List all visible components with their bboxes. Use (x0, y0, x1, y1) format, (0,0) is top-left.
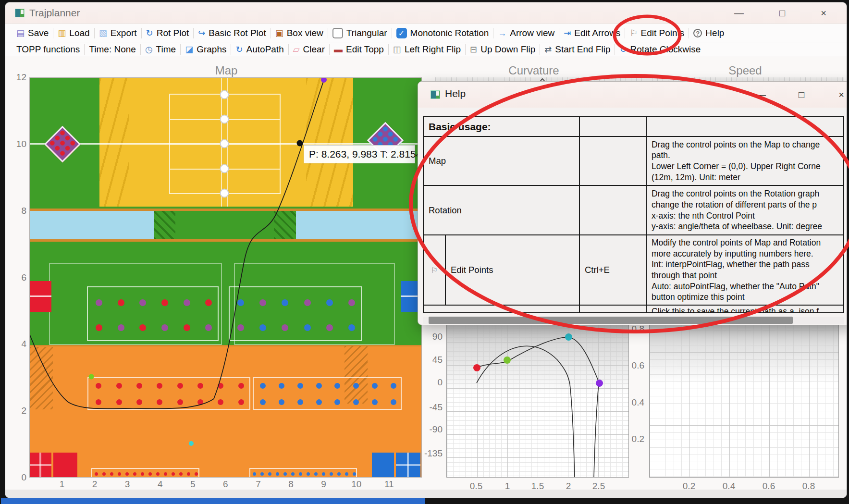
up-down-flip-icon: ⊟ (470, 45, 477, 54)
help-table-row-map: MapDrag the control points on the Map to… (424, 137, 843, 186)
map-y-tick: 12 (7, 72, 26, 83)
speed-plot[interactable] (649, 315, 839, 478)
toolbar-button-box-view[interactable]: ▣Box view (271, 28, 328, 38)
toolbar-label: Time: None (89, 44, 136, 55)
help-horizontal-scrollbar[interactable] (423, 317, 844, 324)
rot-plot-icon: ↻ (146, 29, 153, 37)
control-point-white[interactable] (221, 165, 229, 173)
help-description-line: (12m, 12m). Unit: meter (652, 172, 838, 183)
map-x-tick: 4 (158, 479, 163, 490)
help-hscroll-thumb[interactable] (429, 317, 793, 324)
toolbar-button-monotonic-rotation[interactable]: ✓Monotonic Rotation (392, 28, 493, 38)
control-point-white[interactable] (221, 140, 229, 148)
toolbar-label: Time (156, 44, 176, 55)
rotation-x-tick: 1 (505, 481, 510, 492)
map-x-tick: 10 (351, 479, 361, 490)
help-maximize-button[interactable]: □ (790, 87, 813, 102)
toolbar-button-time[interactable]: ◷Time (141, 44, 180, 55)
rotation-x-tick: 0.5 (470, 481, 482, 492)
map-x-tick: 9 (321, 479, 326, 490)
rotation-control-point[interactable] (596, 380, 603, 387)
toolbar-button-topp-functions[interactable]: TOPP functions (12, 44, 84, 55)
toolbar-button-edit-arrows[interactable]: ⇥Edit Arrows (559, 28, 625, 38)
toolbar-label: Load (69, 28, 89, 38)
curvature-plot-title: Curvature (418, 64, 649, 77)
toolbar-button-basic-rot-plot[interactable]: ↪Basic Rot Plot (194, 28, 270, 38)
toolbar-label: Rotate Clockwise (630, 44, 701, 55)
toolbar-label: Start End Flip (555, 44, 610, 55)
help-header-cell: Basic usage: (424, 117, 580, 136)
map-plot[interactable]: P: 8.263, 9.983 T: 2.81541 (29, 77, 422, 478)
control-point-black[interactable] (297, 140, 303, 147)
help-minimize-button[interactable]: — (750, 87, 773, 102)
help-close-button[interactable]: × (830, 87, 847, 102)
control-point-purple[interactable] (321, 78, 327, 83)
toolbar-button-time-none[interactable]: Time: None (85, 44, 140, 55)
rotation-curves-svg (447, 319, 629, 478)
help-table: Basic usage:MapDrag the control points o… (423, 116, 844, 313)
map-y-tick: 10 (7, 139, 26, 149)
help-description-cell: Drag the control points on the Rotation … (647, 186, 843, 234)
maximize-button[interactable]: □ (770, 5, 794, 21)
arrow-view-icon: → (498, 29, 506, 37)
toolbar-label: Arrow view (510, 28, 554, 38)
toolbar-button-edit-topp[interactable]: ▬Edit Topp (330, 44, 388, 55)
toolbar-button-left-right-flip[interactable]: ◫Left Right Flip (389, 44, 465, 55)
unchecked-checkbox[interactable] (332, 28, 343, 38)
toolbar-button-graphs[interactable]: ◪Graphs (181, 44, 231, 55)
help-description-line: Auto: autoPointFlag, whether the "Auto P… (652, 281, 838, 292)
toolbar-button-save[interactable]: ▤Save (12, 28, 53, 38)
toolbar-label: Clear (303, 44, 325, 55)
help-table-row-edit-points: ⚐Edit PointsCtrl+EModify the control poi… (424, 235, 843, 306)
map-x-tick: 11 (384, 479, 394, 490)
toolbar-button-start-end-flip[interactable]: ⇄Start End Flip (540, 44, 615, 55)
toolbar-button-edit-points[interactable]: ⚐Edit Points (625, 28, 689, 38)
help-name-cell: Rotation (424, 186, 580, 234)
toolbar-button-triangular[interactable]: Triangular (328, 28, 392, 38)
help-description-line: x-axis: the nth Control Point (652, 210, 838, 221)
speed-y-tick: 0.4 (621, 397, 644, 408)
help-description-cell: Modify the control points of Map and Rot… (647, 235, 843, 305)
help-header-cell (647, 117, 843, 136)
toolbar-button-rotate-clockwise[interactable]: ↻Rotate Clockwise (615, 44, 705, 55)
rotation-y-tick: 0 (419, 377, 443, 388)
rotation-plot[interactable] (446, 319, 629, 478)
toolbar-button-load[interactable]: ▥Load (53, 28, 94, 38)
time-icon: ◷ (145, 45, 153, 54)
help-description-line: more accurately by inputting numbers her… (652, 248, 838, 259)
help-description-line: change the rotation of different parts o… (652, 199, 838, 210)
toolbar-button-up-down-flip[interactable]: ⊟Up Down Flip (466, 44, 540, 55)
main-area: Map Curvature Speed (5, 57, 847, 498)
toolbar-button-rot-plot[interactable]: ↻Rot Plot (142, 28, 194, 38)
rotation-curve-lower (477, 346, 575, 478)
save-icon: ▤ (16, 29, 25, 37)
control-point-white[interactable] (221, 189, 229, 197)
checked-checkbox[interactable]: ✓ (396, 28, 407, 38)
control-point-cyan[interactable] (189, 441, 194, 446)
toolbar-button-clear[interactable]: ▱Clear (289, 44, 329, 55)
rotation-x-tick: 1.5 (531, 481, 544, 492)
rotation-control-point[interactable] (473, 364, 480, 371)
toolbar-label: Edit Points (641, 28, 685, 38)
toolbar-button-export[interactable]: ▧Export (95, 28, 141, 38)
help-row-name: Edit Points (451, 265, 574, 275)
toolbar-button-arrow-view[interactable]: →Arrow view (493, 28, 559, 38)
help-table-row-partial: Click this to save the current path as a… (424, 306, 843, 313)
toolbar-button-autopath[interactable]: ↻AutoPath (231, 44, 288, 55)
help-shortcut-cell (580, 186, 647, 234)
toolbar-label: Export (111, 28, 137, 38)
bottom-gray-band (5, 490, 847, 498)
trajectory-path (30, 79, 324, 409)
close-button[interactable]: × (812, 5, 836, 21)
app-icon (15, 9, 25, 17)
load-icon: ▥ (58, 29, 66, 37)
control-point-green[interactable] (89, 374, 94, 380)
toolbar-button-help[interactable]: ?Help (689, 28, 728, 38)
control-point-white[interactable] (221, 115, 229, 123)
help-description-line: Lower Left Corner = (0,0). Upper Right C… (652, 161, 838, 172)
export-icon: ▧ (99, 29, 107, 37)
minimize-button[interactable]: — (727, 5, 751, 21)
speed-y-tick: 0.8 (621, 324, 644, 334)
toolbar-label: Rot Plot (157, 28, 189, 38)
control-point-white[interactable] (221, 91, 229, 99)
